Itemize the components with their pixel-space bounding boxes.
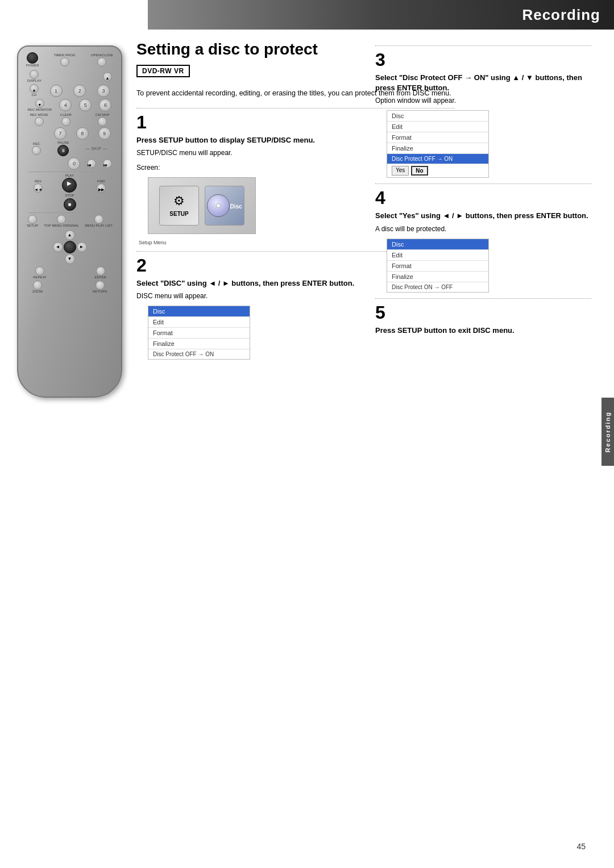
power-button[interactable] — [27, 52, 38, 64]
num8-button[interactable]: 8 — [76, 127, 89, 140]
side-tab-label: Recording — [604, 411, 611, 452]
step3-dots — [375, 45, 591, 46]
step3-menu: Disc Edit Format Finalize Disc Protect O… — [387, 110, 489, 178]
nav-right-button[interactable]: ► — [77, 242, 87, 252]
num9-button[interactable]: 9 — [98, 127, 111, 140]
ch-up-button[interactable]: ▲ — [30, 84, 39, 93]
step4-heading: Select "Yes" using ◄ / ► buttons, then p… — [375, 211, 591, 221]
step2-menu: Disc Edit Format Finalize Disc Protect O… — [148, 306, 250, 360]
step4-body: A disc will be protected. — [375, 224, 591, 234]
setup-button[interactable] — [28, 215, 37, 224]
nav-left-button[interactable]: ◄ — [53, 242, 63, 252]
open-close-button[interactable] — [97, 57, 106, 66]
step4-menu-item-2: Format — [387, 261, 488, 272]
enter-label: ENTER — [94, 276, 106, 279]
return-button[interactable] — [96, 281, 105, 290]
num1-button[interactable]: 1 — [50, 85, 63, 97]
pause-button[interactable]: ⏸ — [57, 145, 69, 156]
step3-yes-no: Yes No — [387, 164, 488, 177]
num3-button[interactable]: 3 — [97, 85, 110, 97]
menu-playlist-button[interactable] — [94, 215, 103, 224]
top-menu-label: TOP MENU ORIGINAL — [44, 224, 79, 228]
step3-heading: Select "Disc Protect OFF → ON" using ▲ /… — [375, 73, 591, 93]
rec-mode-label: REC MODE — [30, 113, 48, 117]
rec-button[interactable] — [32, 146, 41, 155]
display-button[interactable] — [30, 70, 39, 79]
cm-skip-button[interactable] — [98, 117, 107, 126]
top-menu-button[interactable] — [57, 215, 66, 224]
step4-menu-item-3: Finalize — [387, 272, 488, 282]
open-close-label: OPEN/CLOSE — [91, 53, 113, 57]
menu-playlist-label: MENU PLAY LIST — [85, 224, 112, 228]
timer-prog-button[interactable] — [60, 57, 69, 66]
step3-menu-item-3: Finalize — [387, 143, 488, 154]
step2-menu-item-4: Disc Protect OFF → ON — [148, 349, 250, 359]
return-label: RETURN — [93, 290, 107, 294]
step5-dots — [375, 298, 591, 299]
setup-label: SETUP — [27, 224, 38, 228]
setup-label-text: SETUP — [169, 211, 188, 217]
rev-label: REV — [34, 180, 43, 183]
nav-enter-button[interactable] — [64, 241, 76, 253]
disc-box: Disc — [205, 186, 244, 226]
page-title: Recording — [522, 6, 600, 24]
nav-up-button[interactable]: ▲ — [65, 230, 75, 240]
display-label: DISPLAY — [27, 79, 42, 83]
step4-menu-item-4: Disc Protect ON → OFF — [387, 282, 488, 292]
zoom-button[interactable] — [33, 281, 42, 290]
clear-button[interactable] — [61, 117, 70, 126]
setup-box: ⚙ SETUP — [159, 186, 199, 226]
yes-option: Yes — [392, 166, 409, 176]
step5-number: 5 — [375, 302, 591, 323]
pause-label: PAUSE — [57, 141, 69, 145]
disc-hole — [216, 203, 221, 208]
num0-button[interactable]: 0 — [68, 157, 80, 170]
enter-button[interactable] — [96, 266, 105, 276]
fwd-button[interactable]: ▶▶ — [97, 183, 106, 193]
step5-heading: Press SETUP button to exit DISC menu. — [375, 326, 591, 336]
ch-label: CH — [30, 93, 39, 97]
step2-menu-item-2: Format — [148, 328, 250, 339]
rec-mode-button[interactable] — [35, 117, 44, 126]
num4-button[interactable]: 4 — [59, 99, 72, 111]
nav-cross: ▲ ▼ ◄ ► — [53, 230, 87, 264]
num7-button[interactable]: 7 — [54, 127, 67, 140]
step3-menu-item-4: Disc Protect OFF → ON — [387, 154, 488, 164]
nav-down-button[interactable]: ▼ — [65, 254, 75, 264]
step3-body: Option window will appear. — [375, 95, 591, 106]
timer-prog-label: TIMER PROG. — [53, 53, 76, 57]
step4-menu: Disc Edit Format Finalize Disc Protect O… — [387, 239, 489, 293]
play-label: PLAY — [62, 174, 77, 178]
up-arrow-button[interactable]: ▲ — [103, 72, 112, 81]
step2-menu-item-3: Finalize — [148, 339, 250, 349]
step4-dots — [375, 183, 591, 184]
num6-button[interactable]: 6 — [99, 99, 111, 111]
step2-menu-item-0: Disc — [148, 306, 250, 317]
rec-label: REC — [32, 142, 41, 146]
skip-back-button[interactable]: ⏮ — [87, 159, 96, 168]
setup-screen-preview: ⚙ SETUP Disc — [148, 177, 256, 234]
header-bar: Recording — [148, 0, 614, 30]
side-recording-tab: Recording — [601, 398, 614, 466]
step3-menu-item-1: Edit — [387, 122, 488, 132]
repeat-label: REPEAT — [33, 276, 47, 279]
step4-menu-item-0: Disc — [387, 239, 488, 250]
disc-label-text: Disc — [230, 203, 242, 210]
play-button[interactable]: ▶ — [62, 178, 77, 193]
cm-skip-label: CM SKIP — [96, 113, 110, 117]
repeat-button[interactable] — [35, 266, 44, 276]
skip-fwd-button[interactable]: ⏭ — [103, 159, 112, 168]
zoom-label: ZOOM — [32, 290, 43, 294]
remote-body: POWER TIMER PROG. OPEN/CLOSE DISPLAY — [17, 45, 122, 398]
rev-button[interactable]: ◄◄ — [34, 183, 43, 193]
step3-menu-item-0: Disc — [387, 111, 488, 122]
ch-down-button[interactable]: ▼ — [35, 99, 44, 108]
no-option: No — [411, 166, 428, 176]
stop-button[interactable]: ■ — [64, 198, 76, 211]
step3-menu-item-2: Format — [387, 132, 488, 143]
num2-button[interactable]: 2 — [73, 85, 86, 97]
clear-label: CLEAR — [60, 113, 72, 117]
step2-menu-item-1: Edit — [148, 317, 250, 328]
stop-label: STOP — [24, 194, 115, 198]
num5-button[interactable]: 5 — [79, 99, 92, 111]
